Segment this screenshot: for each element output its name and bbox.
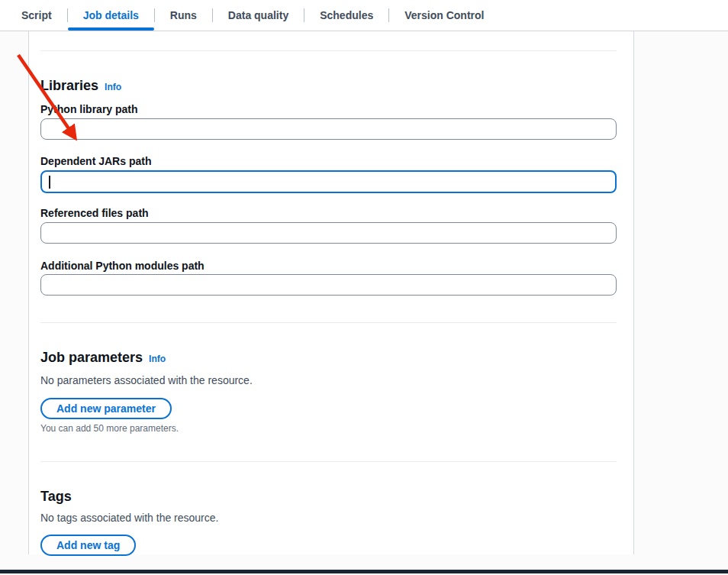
referenced-files-path-label: Referenced files path [40, 206, 617, 220]
additional-python-modules-path-label: Additional Python modules path [40, 259, 617, 273]
python-library-path-input[interactable] [40, 118, 617, 140]
referenced-files-path-input[interactable] [40, 222, 617, 244]
section-divider [40, 461, 617, 462]
libraries-title: Libraries [40, 77, 98, 94]
dependent-jars-path-wrap [40, 170, 617, 193]
libraries-heading: Libraries Info [40, 77, 617, 95]
job-details-page: Script Job details Runs Data quality Sch… [0, 0, 728, 575]
tab-version-control[interactable]: Version Control [389, 0, 499, 31]
tags-heading: Tags [40, 488, 617, 505]
libraries-info-link[interactable]: Info [105, 79, 121, 95]
tab-job-details[interactable]: Job details [68, 0, 154, 31]
dependent-jars-path-input[interactable] [40, 170, 617, 193]
job-parameters-empty-text: No parameters associated with the resour… [40, 373, 617, 388]
job-parameters-heading: Job parameters Info [40, 349, 617, 367]
add-new-tag-button[interactable]: Add new tag [40, 535, 136, 556]
job-parameters-hint-text: You can add 50 more parameters. [40, 422, 617, 434]
additional-python-modules-path-wrap [40, 274, 617, 296]
text-cursor [49, 176, 50, 189]
add-new-parameter-button[interactable]: Add new parameter [40, 398, 172, 419]
job-tab-bar: Script Job details Runs Data quality Sch… [0, 0, 728, 31]
tab-data-quality[interactable]: Data quality [213, 0, 304, 31]
python-library-path-label: Python library path [40, 102, 617, 116]
tags-title: Tags [40, 488, 72, 505]
dependent-jars-path-label: Dependent JARs path [40, 154, 617, 168]
tab-script[interactable]: Script [6, 0, 67, 31]
section-divider [40, 50, 617, 51]
job-parameters-info-link[interactable]: Info [149, 350, 166, 367]
job-parameters-title: Job parameters [40, 349, 143, 366]
window-bottom-bar [0, 570, 728, 573]
additional-python-modules-path-input[interactable] [40, 274, 617, 296]
tab-schedules[interactable]: Schedules [304, 0, 388, 31]
tab-runs[interactable]: Runs [155, 0, 212, 31]
python-library-path-wrap [40, 118, 617, 140]
tags-empty-text: No tags associated with the resource. [40, 510, 617, 525]
section-divider [40, 322, 617, 323]
referenced-files-path-wrap [40, 222, 617, 244]
job-details-panel: Libraries Info Python library path Depen… [28, 31, 634, 554]
